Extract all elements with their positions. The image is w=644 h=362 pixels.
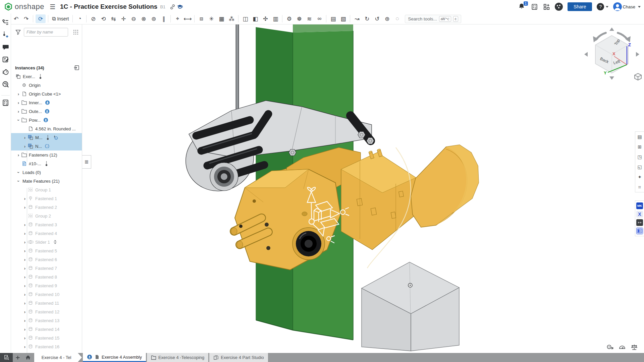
view-cube[interactable]: Top Back Left Z Y X <box>582 26 642 83</box>
tab-exercise4-part-studio[interactable]: Exercise 4 Part Studio <box>209 353 268 362</box>
tree-item-fastened-16[interactable]: ›Fastened 16 <box>11 342 82 351</box>
mass-properties-scale-icon[interactable] <box>631 344 638 351</box>
tree-item-fastened-14[interactable]: ›Fastened 14 <box>11 325 82 334</box>
chevron-right-icon[interactable]: › <box>16 100 21 105</box>
tree-item-exer-[interactable]: Exer... <box>11 72 82 81</box>
tree-item-fastened-15[interactable]: ›Fastened 15 <box>11 334 82 342</box>
tree-item-inner-[interactable]: ›Inner... <box>11 98 82 107</box>
user-menu[interactable]: Chase <box>613 2 641 11</box>
linear-pattern-icon[interactable]: ⧈ <box>196 14 206 23</box>
circular-pattern-icon[interactable]: ✳ <box>206 14 216 23</box>
mate-connector-add-icon[interactable] <box>2 31 9 38</box>
chevron-right-icon[interactable]: › <box>16 153 21 158</box>
tree-section-loads-0-[interactable]: ›Loads (0) <box>11 168 82 177</box>
chevron-down-icon[interactable]: › <box>16 170 21 175</box>
view-options-cube-icon[interactable] <box>635 73 642 80</box>
tree-item-fastened-12[interactable]: ›Fastened 12 <box>11 307 82 316</box>
community-icon[interactable] <box>555 3 563 11</box>
exploded-view-icon[interactable]: ✣ <box>260 14 270 23</box>
chevron-down-icon[interactable]: › <box>16 178 21 184</box>
pattern-icon[interactable]: ▦ <box>216 14 226 23</box>
tree-item-n-[interactable]: ›N... <box>11 142 82 150</box>
insert-instance-icon[interactable] <box>73 65 79 71</box>
tree-item-fastened-7[interactable]: ›Fastened 7 <box>11 264 82 273</box>
list-options-icon[interactable] <box>73 29 79 35</box>
comments-icon[interactable] <box>2 44 9 51</box>
filter-input[interactable] <box>24 28 68 37</box>
chevron-right-icon[interactable]: › <box>16 92 21 97</box>
tree-item--10-[interactable]: #10-... <box>11 159 82 168</box>
named-views-icon[interactable]: ▥ <box>270 14 280 23</box>
app-store-icon[interactable] <box>543 3 550 10</box>
app-mk[interactable]: MK <box>636 202 643 209</box>
learning-center-icon[interactable] <box>176 3 183 10</box>
home-tab-icon[interactable] <box>23 353 33 362</box>
notifications-bell-icon[interactable]: 1 <box>518 3 526 11</box>
slider-mate-icon[interactable]: ⇆ <box>108 14 118 23</box>
tree-item-fastened-1[interactable]: ›Fastened 1 <box>11 194 82 203</box>
revolute-mate-icon[interactable]: ⟲ <box>98 14 108 23</box>
tab-exercise4-telescoping[interactable]: Exercise 4 -Telescoping <box>147 353 208 362</box>
panel-list-icon[interactable]: ▤ <box>635 132 644 142</box>
tree-item-fastened-13[interactable]: ›Fastened 13 <box>11 316 82 325</box>
tab-exercise4-tel[interactable]: Exercise 4 - Tel <box>34 353 82 362</box>
tree-item-origin[interactable]: Origin <box>11 81 82 89</box>
tab-search-icon[interactable] <box>0 353 13 362</box>
app-book[interactable] <box>636 228 643 234</box>
search-history-icon[interactable] <box>2 81 9 88</box>
tree-item-4-562-in-rounded-[interactable]: 4.562 in. Rounded ... <box>11 124 82 133</box>
rotate-animate-icon[interactable]: ↻ <box>362 14 372 23</box>
update-icon[interactable]: ⟳ <box>36 14 46 23</box>
tree-item-fastened-2[interactable]: ›Fastened 2 <box>11 203 82 212</box>
planar-mate-icon[interactable]: ✛ <box>118 14 128 23</box>
redo-icon[interactable]: ↷ <box>21 14 31 23</box>
tree-item-m-[interactable]: ›M... <box>11 133 82 142</box>
appearance-panel-icon[interactable]: ✦ <box>635 172 644 182</box>
tree-item-fastened-8[interactable]: ›Fastened 8 <box>11 273 82 281</box>
cylindrical-mate-icon[interactable]: ⊖ <box>128 14 139 23</box>
notes-icon[interactable] <box>2 56 9 63</box>
link-icon[interactable] <box>169 3 176 10</box>
help-menu[interactable]: ? <box>597 3 608 10</box>
tasks-checklist-icon[interactable] <box>531 3 538 10</box>
appearance-icon[interactable]: ◌ <box>392 14 402 23</box>
graphics-area[interactable] <box>82 24 644 353</box>
custom-shortcut-icon[interactable]: ⌗ <box>635 182 644 192</box>
ball-mate-icon[interactable]: ⊚ <box>149 14 159 23</box>
versions-icon[interactable] <box>2 68 9 75</box>
tree-item-fastened-9[interactable]: ›Fastened 9 <box>11 281 82 290</box>
tab-exercise4-assembly[interactable]: Exercise 4 Assembly <box>83 353 146 362</box>
app-robot[interactable] <box>636 219 643 226</box>
onshape-logo-icon[interactable] <box>4 2 13 11</box>
filter-funnel-icon[interactable] <box>15 29 21 35</box>
tree-item-fastened-5[interactable]: ›Fastened 5 <box>11 246 82 255</box>
gear-relation-icon[interactable]: ⚙ <box>284 14 294 23</box>
main-menu-icon[interactable]: ☰ <box>50 3 55 11</box>
chevron-right-icon[interactable]: › <box>16 109 21 114</box>
tape-measure-icon[interactable] <box>606 344 614 351</box>
undo-icon[interactable]: ↶ <box>11 14 21 23</box>
sketch-icon[interactable]: ↝ <box>352 14 362 23</box>
belt-icon[interactable]: ∞ <box>314 14 324 23</box>
tree-item-fastened-3[interactable]: ›Fastened 3 <box>11 220 82 229</box>
spring-icon[interactable]: ≋ <box>304 14 314 23</box>
panel-collapse-button[interactable]: ≣ <box>82 155 91 169</box>
display-states-icon[interactable]: ◫ <box>240 14 250 23</box>
tree-item-oute-[interactable]: ›Oute... <box>11 107 82 116</box>
cube-origin-marker[interactable] <box>408 283 412 287</box>
measure-icon[interactable]: ⟷ <box>182 14 193 23</box>
tree-item-group-2[interactable]: Group 2 <box>11 212 82 220</box>
tree-item-fastened-6[interactable]: ›Fastened 6 <box>11 255 82 264</box>
chevron-down-icon[interactable]: › <box>16 117 21 123</box>
parallel-mate-icon[interactable]: ∥ <box>159 14 169 23</box>
replicate-icon[interactable]: ⁂ <box>226 14 236 23</box>
reference-cube-part[interactable] <box>362 262 459 351</box>
follow-mode-icon[interactable] <box>2 99 9 106</box>
search-tools-field[interactable]: Search tools...alt/⌥c <box>405 15 461 23</box>
tree-item-fasteners-12-[interactable]: ›Fasteners (12) <box>11 150 82 159</box>
version-badge[interactable]: B1 <box>160 4 165 9</box>
tree-item-fastened-4[interactable]: ›Fastened 4 <box>11 229 82 238</box>
app-x[interactable]: X <box>636 211 643 218</box>
mate-connector-icon[interactable]: ⌖ <box>172 14 182 23</box>
section-view-icon[interactable]: ◧ <box>250 14 260 23</box>
